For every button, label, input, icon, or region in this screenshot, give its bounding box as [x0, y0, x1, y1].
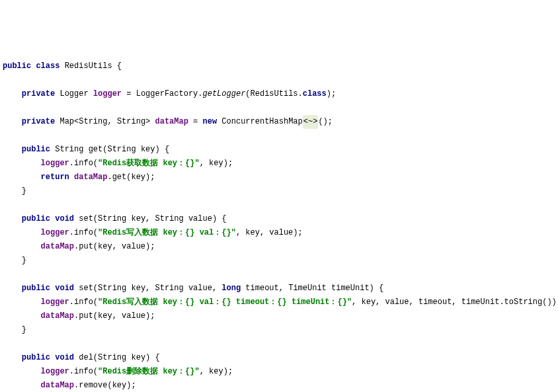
- method-name: del: [79, 353, 93, 362]
- field-dataMap: dataMap: [155, 117, 188, 126]
- keyword-public: public: [22, 284, 50, 293]
- field-logger: logger: [93, 89, 122, 98]
- code-line: logger.info("Redis获取数据 key：{}", key);: [3, 159, 233, 168]
- keyword-void: void: [55, 214, 74, 223]
- code-line: public void del(String key) {: [3, 353, 160, 362]
- field-ref: dataMap: [41, 311, 74, 321]
- keyword-private: private: [22, 89, 55, 98]
- keyword-private: private: [22, 117, 55, 126]
- code-line: dataMap.remove(key);: [3, 381, 136, 390]
- string-literal: "Redis获取数据 key：{}": [98, 159, 200, 168]
- method-name: set: [79, 284, 93, 293]
- method-call: get: [112, 173, 127, 182]
- field-ref: dataMap: [41, 242, 74, 251]
- type: Logger: [60, 89, 88, 98]
- method-call: info: [74, 159, 93, 168]
- method-call: info: [74, 228, 93, 237]
- class-ref: LoggerFactory: [136, 89, 198, 98]
- code-line: dataMap.put(key, value);: [3, 242, 155, 251]
- keyword-return: return: [41, 173, 69, 182]
- keyword-new: new: [203, 117, 218, 126]
- code-line: logger.info("Redis写入数据 key：{} val：{} tim…: [3, 297, 558, 307]
- method-call: remove: [79, 381, 107, 390]
- field-ref: logger: [41, 297, 69, 307]
- code-line: public void set(String key, String value…: [3, 214, 227, 223]
- keyword-public: public: [22, 214, 50, 223]
- class-name: RedisUtils: [65, 61, 112, 71]
- code-line: public class RedisUtils {: [3, 61, 122, 71]
- method-call: getLogger: [203, 89, 246, 98]
- keyword-class: class: [303, 89, 327, 98]
- code-line: private Logger logger = LoggerFactory.ge…: [3, 89, 336, 98]
- code-line: public void set(String key, String value…: [3, 284, 383, 293]
- field-ref: dataMap: [74, 173, 107, 182]
- method-call: put: [79, 242, 93, 251]
- string-literal: "Redis删除数据 key：{}": [98, 367, 200, 376]
- code-line: logger.info("Redis写入数据 key：{} val：{}", k…: [3, 228, 303, 237]
- field-ref: logger: [41, 367, 69, 376]
- keyword-void: void: [55, 284, 74, 293]
- method-name: get: [89, 145, 103, 154]
- code-editor-content[interactable]: public class RedisUtils { private Logger…: [3, 59, 555, 392]
- class-ref: ConcurrentHashMap: [221, 117, 302, 126]
- method-name: set: [79, 214, 93, 223]
- code-line: return dataMap.get(key);: [3, 173, 155, 182]
- code-line: }: [3, 186, 26, 196]
- code-line: logger.info("Redis删除数据 key：{}", key);: [3, 367, 233, 376]
- class-ref: RedisUtils: [251, 89, 298, 98]
- method-call: put: [79, 311, 93, 321]
- string-literal: "Redis写入数据 key：{} val：{} timeout：{} time…: [98, 297, 352, 307]
- string-literal: "Redis写入数据 key：{} val：{}": [98, 228, 236, 237]
- keyword-void: void: [55, 353, 74, 362]
- method-call: info: [74, 367, 93, 376]
- keyword-public: public: [3, 61, 31, 71]
- code-line: dataMap.put(key, value);: [3, 311, 155, 321]
- code-line: public String get(String key) {: [3, 145, 169, 154]
- keyword-public: public: [22, 145, 50, 154]
- code-line: }: [3, 256, 26, 265]
- keyword-long: long: [221, 284, 241, 293]
- keyword-public: public: [22, 353, 50, 362]
- code-line: private Map<String, String> dataMap = ne…: [3, 117, 333, 126]
- field-ref: logger: [41, 228, 69, 237]
- type: Map: [60, 117, 74, 126]
- diamond-operator: <~>: [303, 115, 319, 129]
- field-ref: logger: [41, 159, 69, 168]
- code-line: }: [3, 325, 26, 334]
- field-ref: dataMap: [41, 381, 74, 390]
- method-call: info: [74, 297, 93, 307]
- keyword-class: class: [36, 61, 60, 71]
- method-call: toString: [504, 297, 543, 307]
